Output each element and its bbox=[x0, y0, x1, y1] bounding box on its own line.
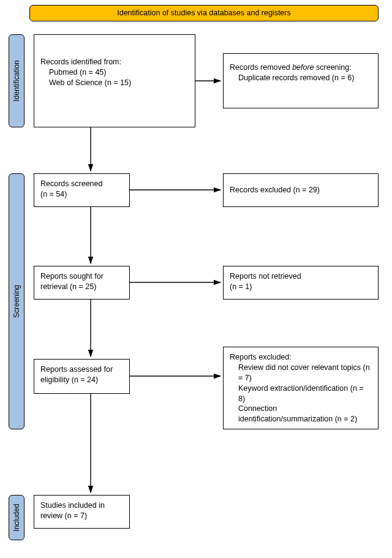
box-reports-not-retrieved: Reports not retrieved (n = 1) bbox=[223, 266, 379, 300]
box-records-screened: Records screened (n = 54) bbox=[34, 173, 130, 207]
screened-text: Records screened bbox=[40, 179, 123, 189]
stage-label-screening: Screening bbox=[9, 173, 24, 429]
identified-source-1: Pubmed (n = 45) bbox=[40, 67, 189, 78]
excluded-reason-1: Review did not cover relevant topics (n … bbox=[230, 363, 372, 383]
header-band: Identification of studies via databases … bbox=[29, 5, 379, 21]
stage-label-text: Screening bbox=[12, 285, 21, 318]
assessed-text: Reports assessed for eligibility (n = 24… bbox=[40, 364, 123, 385]
sought-text: Reports sought for retrieval (n = 25) bbox=[40, 271, 123, 292]
excluded-reason-2: Keyword extraction/identification (n = 8… bbox=[230, 383, 372, 404]
box-reports-assessed: Reports assessed for eligibility (n = 24… bbox=[34, 359, 130, 394]
stage-label-included: Included bbox=[9, 495, 24, 540]
stage-label-text: Included bbox=[12, 503, 21, 531]
excluded-screened-text: Records excluded (n = 29) bbox=[230, 185, 372, 195]
not-retrieved-count: (n = 1) bbox=[230, 282, 372, 292]
removed-em: before bbox=[292, 63, 314, 72]
identified-source-2: Web of Science (n = 15) bbox=[40, 78, 189, 88]
removed-line1: Records removed before screening: bbox=[230, 62, 372, 73]
header-title: Identification of studies via databases … bbox=[117, 9, 291, 17]
screened-count: (n = 54) bbox=[40, 189, 123, 200]
removed-prefix: Records removed bbox=[230, 63, 292, 72]
removed-suffix: screening: bbox=[314, 63, 352, 72]
excluded-assessed-header: Reports excluded: bbox=[230, 352, 372, 363]
excluded-reason-3: Connection identification/summarization … bbox=[230, 404, 372, 424]
not-retrieved-text: Reports not retrieved bbox=[230, 271, 372, 282]
stage-label-identification: Identification bbox=[9, 34, 24, 127]
included-text: Studies included in review (n = 7) bbox=[40, 500, 123, 521]
box-records-removed: Records removed before screening: Duplic… bbox=[223, 53, 379, 108]
box-records-identified: Records identified from: Pubmed (n = 45)… bbox=[34, 34, 195, 127]
box-reports-sought: Reports sought for retrieval (n = 25) bbox=[34, 266, 130, 300]
removed-line2: Duplicate records removed (n = 6) bbox=[230, 73, 372, 83]
box-studies-included: Studies included in review (n = 7) bbox=[34, 495, 130, 529]
stage-label-text: Identification bbox=[12, 60, 21, 101]
identified-header: Records identified from: bbox=[40, 57, 189, 67]
box-records-excluded: Records excluded (n = 29) bbox=[223, 173, 379, 207]
box-reports-excluded-reasons: Reports excluded: Review did not cover r… bbox=[223, 347, 379, 429]
